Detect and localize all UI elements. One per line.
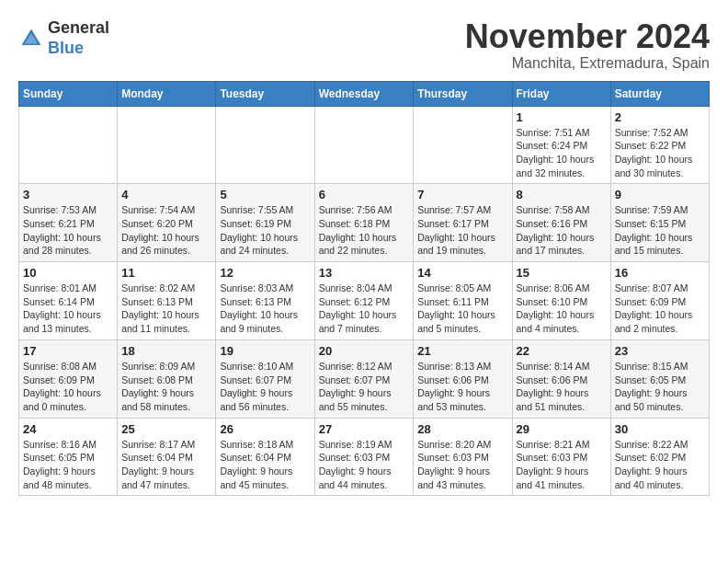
day-info: Sunrise: 8:17 AMSunset: 6:04 PMDaylight:…: [121, 438, 211, 492]
day-info: Sunrise: 8:20 AMSunset: 6:03 PMDaylight:…: [417, 438, 507, 492]
page-header: General Blue November 2024 Manchita, Ext…: [18, 18, 710, 72]
calendar-cell: 17Sunrise: 8:08 AMSunset: 6:09 PMDayligh…: [19, 339, 118, 418]
day-number: 11: [121, 266, 211, 280]
day-number: 1: [517, 110, 607, 124]
calendar-cell: 25Sunrise: 8:17 AMSunset: 6:04 PMDayligh…: [118, 418, 216, 496]
calendar-cell: 16Sunrise: 8:07 AMSunset: 6:09 PMDayligh…: [610, 262, 709, 340]
calendar-cell: [414, 106, 512, 184]
weekday-header-tuesday: Tuesday: [216, 81, 314, 106]
day-number: 22: [517, 344, 607, 358]
day-number: 23: [615, 344, 705, 358]
day-info: Sunrise: 8:15 AMSunset: 6:05 PMDaylight:…: [615, 360, 705, 414]
calendar-week-row: 1Sunrise: 7:51 AMSunset: 6:24 PMDaylight…: [19, 106, 710, 184]
calendar-cell: 8Sunrise: 7:58 AMSunset: 6:16 PMDaylight…: [512, 184, 610, 262]
calendar-table: SundayMondayTuesdayWednesdayThursdayFrid…: [18, 81, 710, 497]
logo-icon: [18, 26, 44, 52]
day-info: Sunrise: 8:06 AMSunset: 6:10 PMDaylight:…: [517, 282, 607, 336]
day-number: 14: [417, 266, 507, 280]
day-info: Sunrise: 8:22 AMSunset: 6:02 PMDaylight:…: [615, 438, 705, 492]
calendar-cell: 10Sunrise: 8:01 AMSunset: 6:14 PMDayligh…: [19, 262, 118, 340]
day-info: Sunrise: 7:57 AMSunset: 6:17 PMDaylight:…: [417, 203, 507, 258]
day-number: 8: [517, 188, 607, 201]
calendar-cell: 12Sunrise: 8:03 AMSunset: 6:13 PMDayligh…: [216, 262, 314, 340]
calendar-cell: 21Sunrise: 8:13 AMSunset: 6:06 PMDayligh…: [414, 339, 512, 418]
day-info: Sunrise: 8:16 AMSunset: 6:05 PMDaylight:…: [23, 438, 113, 492]
day-info: Sunrise: 8:08 AMSunset: 6:09 PMDaylight:…: [23, 360, 113, 414]
weekday-header-friday: Friday: [512, 81, 610, 106]
day-number: 30: [615, 422, 705, 436]
day-info: Sunrise: 8:18 AMSunset: 6:04 PMDaylight:…: [220, 438, 310, 492]
day-number: 5: [220, 188, 310, 201]
calendar-cell: 23Sunrise: 8:15 AMSunset: 6:05 PMDayligh…: [610, 339, 709, 418]
calendar-cell: 24Sunrise: 8:16 AMSunset: 6:05 PMDayligh…: [19, 418, 118, 496]
day-info: Sunrise: 8:04 AMSunset: 6:12 PMDaylight:…: [319, 282, 410, 336]
day-info: Sunrise: 8:03 AMSunset: 6:13 PMDaylight:…: [220, 282, 310, 336]
day-number: 3: [23, 188, 113, 201]
day-info: Sunrise: 8:14 AMSunset: 6:06 PMDaylight:…: [517, 360, 607, 414]
day-number: 2: [615, 110, 705, 124]
calendar-cell: 5Sunrise: 7:55 AMSunset: 6:19 PMDaylight…: [216, 184, 314, 262]
weekday-header-saturday: Saturday: [610, 81, 709, 106]
day-info: Sunrise: 7:55 AMSunset: 6:19 PMDaylight:…: [220, 203, 310, 258]
day-number: 21: [417, 344, 507, 358]
weekday-header-sunday: Sunday: [19, 81, 118, 106]
day-number: 18: [121, 344, 211, 358]
day-info: Sunrise: 7:56 AMSunset: 6:18 PMDaylight:…: [319, 203, 410, 258]
day-number: 17: [23, 344, 113, 358]
day-info: Sunrise: 7:58 AMSunset: 6:16 PMDaylight:…: [517, 203, 607, 258]
day-number: 20: [319, 344, 410, 358]
day-info: Sunrise: 8:21 AMSunset: 6:03 PMDaylight:…: [517, 438, 607, 492]
logo: General Blue: [18, 18, 109, 58]
calendar-cell: 4Sunrise: 7:54 AMSunset: 6:20 PMDaylight…: [118, 184, 216, 262]
calendar-cell: [19, 106, 118, 184]
day-number: 19: [220, 344, 310, 358]
calendar-cell: 9Sunrise: 7:59 AMSunset: 6:15 PMDaylight…: [610, 184, 709, 262]
day-info: Sunrise: 8:02 AMSunset: 6:13 PMDaylight:…: [121, 282, 211, 336]
day-info: Sunrise: 8:13 AMSunset: 6:06 PMDaylight:…: [417, 360, 507, 414]
day-info: Sunrise: 8:19 AMSunset: 6:03 PMDaylight:…: [319, 438, 410, 492]
month-year-title: November 2024: [465, 18, 710, 55]
calendar-cell: 7Sunrise: 7:57 AMSunset: 6:17 PMDaylight…: [414, 184, 512, 262]
weekday-header-monday: Monday: [118, 81, 216, 106]
day-info: Sunrise: 8:09 AMSunset: 6:08 PMDaylight:…: [121, 360, 211, 414]
calendar-cell: 11Sunrise: 8:02 AMSunset: 6:13 PMDayligh…: [118, 262, 216, 340]
calendar-cell: 29Sunrise: 8:21 AMSunset: 6:03 PMDayligh…: [512, 418, 610, 496]
day-info: Sunrise: 7:53 AMSunset: 6:21 PMDaylight:…: [23, 203, 113, 258]
day-number: 15: [517, 266, 607, 280]
calendar-cell: 1Sunrise: 7:51 AMSunset: 6:24 PMDaylight…: [512, 106, 610, 184]
day-info: Sunrise: 8:01 AMSunset: 6:14 PMDaylight:…: [23, 282, 113, 336]
day-info: Sunrise: 8:07 AMSunset: 6:09 PMDaylight:…: [615, 282, 705, 336]
calendar-cell: [118, 106, 216, 184]
day-info: Sunrise: 7:51 AMSunset: 6:24 PMDaylight:…: [517, 126, 607, 180]
calendar-cell: 3Sunrise: 7:53 AMSunset: 6:21 PMDaylight…: [19, 184, 118, 262]
calendar-cell: 27Sunrise: 8:19 AMSunset: 6:03 PMDayligh…: [314, 418, 414, 496]
title-section: November 2024 Manchita, Extremadura, Spa…: [465, 18, 710, 72]
day-info: Sunrise: 7:52 AMSunset: 6:22 PMDaylight:…: [615, 126, 705, 180]
day-number: 29: [517, 422, 607, 436]
calendar-cell: 6Sunrise: 7:56 AMSunset: 6:18 PMDaylight…: [314, 184, 414, 262]
calendar-cell: 14Sunrise: 8:05 AMSunset: 6:11 PMDayligh…: [414, 262, 512, 340]
weekday-header-wednesday: Wednesday: [314, 81, 414, 106]
calendar-cell: [216, 106, 314, 184]
day-number: 25: [121, 422, 211, 436]
calendar-cell: 18Sunrise: 8:09 AMSunset: 6:08 PMDayligh…: [118, 339, 216, 418]
weekday-header-thursday: Thursday: [414, 81, 512, 106]
calendar-cell: 30Sunrise: 8:22 AMSunset: 6:02 PMDayligh…: [610, 418, 709, 496]
day-info: Sunrise: 8:05 AMSunset: 6:11 PMDaylight:…: [417, 282, 507, 336]
calendar-header-row: SundayMondayTuesdayWednesdayThursdayFrid…: [19, 81, 710, 106]
day-info: Sunrise: 8:10 AMSunset: 6:07 PMDaylight:…: [220, 360, 310, 414]
day-number: 4: [121, 188, 211, 201]
day-number: 7: [417, 188, 507, 201]
calendar-cell: 13Sunrise: 8:04 AMSunset: 6:12 PMDayligh…: [314, 262, 414, 340]
calendar-cell: 19Sunrise: 8:10 AMSunset: 6:07 PMDayligh…: [216, 339, 314, 418]
calendar-cell: 26Sunrise: 8:18 AMSunset: 6:04 PMDayligh…: [216, 418, 314, 496]
calendar-cell: 2Sunrise: 7:52 AMSunset: 6:22 PMDaylight…: [610, 106, 709, 184]
calendar-week-row: 10Sunrise: 8:01 AMSunset: 6:14 PMDayligh…: [19, 262, 710, 340]
day-number: 6: [319, 188, 410, 201]
calendar-cell: [314, 106, 414, 184]
day-number: 26: [220, 422, 310, 436]
logo-text: General Blue: [48, 18, 109, 58]
calendar-cell: 20Sunrise: 8:12 AMSunset: 6:07 PMDayligh…: [314, 339, 414, 418]
calendar-week-row: 24Sunrise: 8:16 AMSunset: 6:05 PMDayligh…: [19, 418, 710, 496]
day-number: 27: [319, 422, 410, 436]
